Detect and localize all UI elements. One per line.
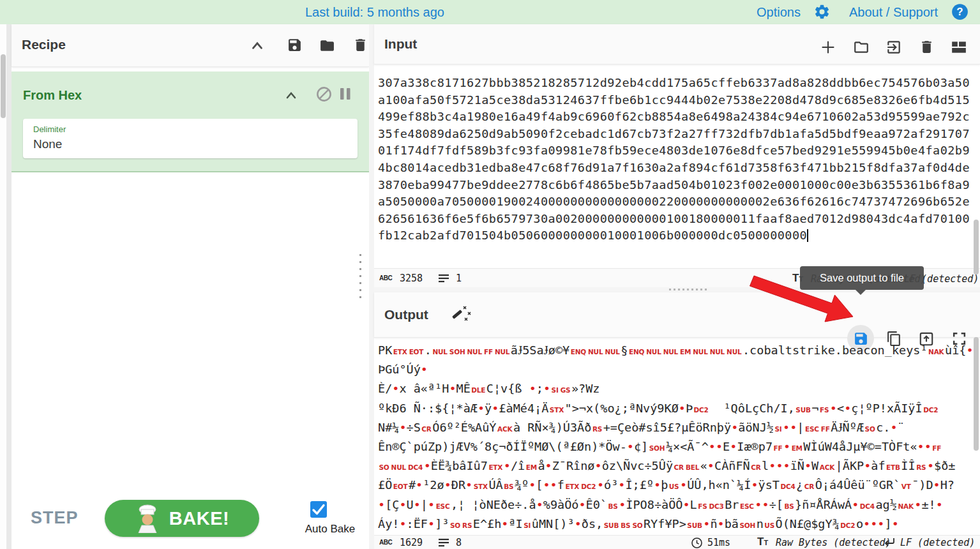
output-footer: ABC 1629 8 51ms TT Raw Bytes (detected) … xyxy=(374,535,980,549)
operations-divider xyxy=(6,24,11,549)
char-count-icon: ABC xyxy=(379,274,392,282)
vertical-splitter[interactable] xyxy=(369,24,374,549)
input-line[interactable]: 35fe48089da6250d9ab5090f2cebadc1d67cb73f… xyxy=(378,126,974,143)
output-line: PKETXEOT.NULSOHNULFFNULãɈ5SaɈø©¥ENQNULNU… xyxy=(378,341,974,360)
output-encoding[interactable]: Raw Bytes (detected) xyxy=(776,537,891,548)
save-recipe-icon[interactable] xyxy=(287,37,303,53)
output-eol-icon[interactable] xyxy=(884,538,895,547)
output-scrollbar-thumb[interactable] xyxy=(974,337,979,451)
text-cursor xyxy=(807,229,808,242)
output-line: £ÖEOT#•¹2ø•ÐR•STXÚÂBS¾º•[••fETXDC2•ó³•Î;… xyxy=(378,476,974,495)
output-line: •[Ç•U•|•ESC,¦ ¦òNEðe÷.å•%9àÖó•Ê0`BS•ÌPO8… xyxy=(378,495,974,515)
collapse-recipe-icon[interactable] xyxy=(249,39,266,52)
input-title: Input xyxy=(384,36,417,52)
input-line-count: 1 xyxy=(456,273,462,284)
input-char-count: 3258 xyxy=(400,273,423,284)
bake-button[interactable]: BAKE! xyxy=(105,500,259,537)
input-line[interactable]: fb12cab2afd701504b050600000000010001006b… xyxy=(378,227,974,244)
output-line: ºkÐ6 Ñ·:${¦*àÆ•ÿ•£àMé4¡ÄSTX">¬x(%o¿;ªNvý… xyxy=(378,399,974,418)
about-support-link[interactable]: About / Support xyxy=(849,5,938,20)
output-line: SONULDC4•ÈË¾bâIû7ETX•/îEMå•Z¯Rînø•ôz\Ñvc… xyxy=(378,456,974,476)
input-line[interactable]: 4bc8014acedb31edba8e47c68f76d91a7f1630a2… xyxy=(378,160,974,177)
gear-icon[interactable] xyxy=(813,3,831,20)
top-banner xyxy=(0,0,980,25)
output-textarea: PKETXEOT.NULSOHNULFFNULãɈ5SaɈø©¥ENQNULNU… xyxy=(374,337,974,535)
input-textarea[interactable]: 307a338c8171627bbb385218285712d92eb4cdd1… xyxy=(374,64,974,268)
char-count-icon: ABC xyxy=(379,539,392,546)
recipe-io-splitter-handle[interactable] xyxy=(359,254,361,300)
add-input-tab-icon[interactable] xyxy=(819,38,837,56)
cyberchef-app: Last build: 5 months ago Options About /… xyxy=(0,0,980,549)
operation-from-hex[interactable]: From Hex Delimiter None xyxy=(11,71,369,172)
help-icon[interactable]: ? xyxy=(951,3,969,20)
collapse-operation-icon[interactable] xyxy=(283,89,299,101)
output-header: Output xyxy=(374,292,980,338)
operations-scroll-thumb[interactable] xyxy=(1,54,6,118)
bake-time-clock-icon xyxy=(691,537,703,549)
output-title: Output xyxy=(384,307,428,322)
output-line: Áy!•:ËF•]³SORSE^£h•ªISIûMN[)³•ðs,SUBBSSO… xyxy=(378,515,974,534)
line-count-icon xyxy=(438,273,449,283)
recipe-title: Recipe xyxy=(22,37,66,52)
operation-title: From Hex xyxy=(23,88,82,103)
tooltip-arrow xyxy=(856,290,866,300)
output-eol[interactable]: LF (detected) xyxy=(900,537,975,548)
output-line: Ên®Ç`púZp)jÆV%´8ç¬ðÍÏºMØ\(ª£Øn)*Öw-•¢]SO… xyxy=(378,437,974,456)
input-scrollbar-thumb[interactable] xyxy=(974,220,979,274)
last-build-link[interactable]: Last build: 5 months ago xyxy=(305,5,444,20)
load-recipe-folder-icon[interactable] xyxy=(319,38,335,54)
delimiter-label: Delimiter xyxy=(33,124,66,134)
output-encoding-icon[interactable]: TT xyxy=(757,536,768,548)
output-line: N#¼•÷SCRÓ6º²É%AûÝACKà RÑ×¾)Ú3ÃðRS+=Çeò#s… xyxy=(378,418,974,437)
input-tab-layout-icon[interactable] xyxy=(951,40,967,55)
auto-bake-checkbox[interactable] xyxy=(310,501,327,518)
input-line[interactable]: a100afa50f5721a5ce38da53124637ffbe6b1cc9… xyxy=(378,92,974,109)
clear-recipe-trash-icon[interactable] xyxy=(352,37,368,53)
input-line[interactable]: 01f174df7fdf589b3fc93fa09981e78fb59ece48… xyxy=(378,142,974,160)
input-line[interactable]: a5050000a7050000190024000000000000000022… xyxy=(378,193,974,211)
delimiter-select[interactable]: Delimiter None xyxy=(23,119,358,158)
input-line[interactable]: 499ef88b3c4a1980e16a49f4ab9c6960f62cb885… xyxy=(378,109,974,126)
options-button[interactable]: Options xyxy=(757,5,801,20)
auto-bake-label: Auto Bake xyxy=(290,523,370,536)
check-icon xyxy=(310,501,327,518)
clear-input-trash-icon[interactable] xyxy=(919,39,935,55)
input-line[interactable]: 626561636f6e5f6b6579730a0020000000000001… xyxy=(378,211,974,228)
disable-operation-icon[interactable] xyxy=(315,86,333,103)
breakpoint-pause-icon[interactable] xyxy=(338,86,352,102)
svg-text:?: ? xyxy=(956,6,963,18)
output-char-count: 1629 xyxy=(400,537,423,548)
delimiter-value: None xyxy=(33,137,62,151)
line-count-icon xyxy=(438,538,449,548)
save-output-tooltip: Save output to file xyxy=(800,266,924,290)
recipe-header: Recipe xyxy=(11,24,369,67)
open-file-input-icon[interactable] xyxy=(886,39,902,56)
open-folder-icon[interactable] xyxy=(853,39,870,56)
input-line[interactable]: 307a338c8171627bbb385218285712d92eb4cdd1… xyxy=(378,75,974,92)
bake-label: BAKE! xyxy=(169,508,229,529)
step-button[interactable]: STEP xyxy=(31,508,79,528)
input-line[interactable]: 3870eba99477be9ddee2778c6b6f4865be5b7aad… xyxy=(378,177,974,194)
io-splitter-handle[interactable] xyxy=(669,289,707,290)
chef-icon xyxy=(135,504,160,533)
recipe-panel: Recipe From Hex xyxy=(11,24,369,549)
output-line: È/•x â«ª¹H•MÊDLEC¦v{ß •;•SIGS»?Wz xyxy=(378,379,974,398)
output-line: ÞGú°Úý• xyxy=(378,360,974,379)
bake-time: 51ms xyxy=(707,537,730,548)
input-header: Input xyxy=(374,24,980,64)
magic-wand-icon[interactable] xyxy=(449,304,472,327)
output-line-count: 8 xyxy=(456,537,462,548)
